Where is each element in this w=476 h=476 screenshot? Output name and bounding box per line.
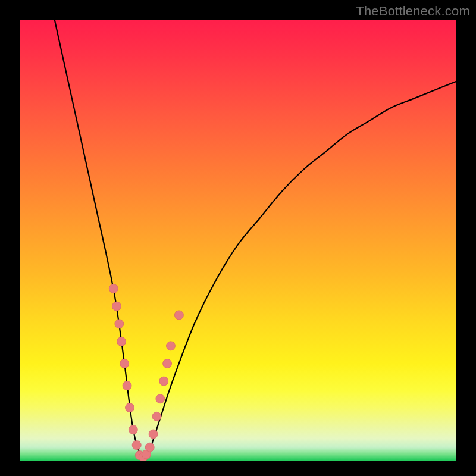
data-marker [159, 377, 168, 386]
curve-svg [20, 20, 456, 461]
data-marker [163, 359, 172, 368]
data-markers [109, 284, 183, 461]
data-marker [112, 302, 121, 311]
data-marker [115, 320, 124, 328]
data-marker [166, 342, 175, 350]
data-marker [149, 430, 158, 439]
data-marker [145, 443, 154, 452]
data-marker [123, 381, 131, 390]
data-marker [120, 359, 129, 368]
data-marker [125, 403, 134, 412]
data-marker [117, 337, 126, 346]
data-marker [156, 394, 165, 403]
watermark-text: TheBottleneck.com [356, 4, 470, 19]
chart-stage: TheBottleneck.com [0, 0, 476, 476]
bottleneck-curve [55, 20, 456, 457]
data-marker [174, 311, 183, 320]
data-marker [109, 284, 118, 293]
data-marker [132, 441, 141, 450]
data-marker [129, 425, 137, 434]
plot-area [20, 20, 456, 461]
data-marker [152, 412, 161, 421]
